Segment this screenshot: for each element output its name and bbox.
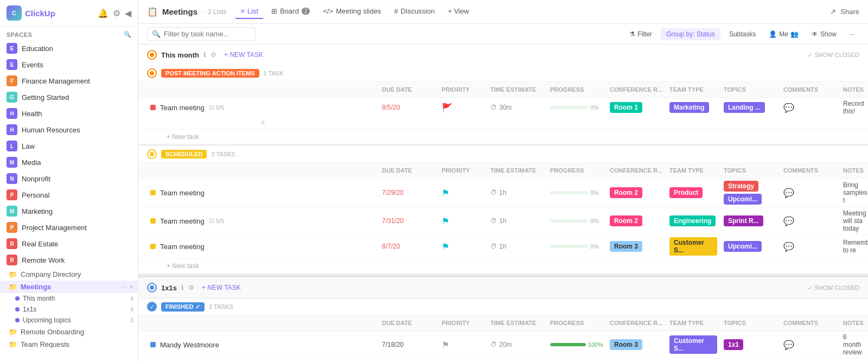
sidebar-item-project-management[interactable]: P Project Management bbox=[0, 219, 138, 236]
folder-remote-onboarding[interactable]: 📁 Remote Onboarding bbox=[0, 326, 138, 338]
search-icon[interactable]: 🔍 bbox=[124, 31, 132, 38]
sidebar-item-personal[interactable]: P Personal bbox=[0, 187, 138, 203]
th-time: TIME ESTIMATE bbox=[487, 317, 547, 328]
share-button[interactable]: Share bbox=[840, 8, 859, 16]
task-cell: Team meeting ☑ 0/5 bbox=[147, 100, 379, 115]
collapse-icon[interactable]: ◀ bbox=[125, 8, 131, 18]
table-row: Team meeting ☑ 0/5 8/5/20 🚩 ⏱30m 0% Room… bbox=[138, 98, 868, 129]
sidebar-item-label: Nonprofit bbox=[22, 175, 50, 183]
bell-icon[interactable]: 🔔 bbox=[98, 8, 108, 18]
settings-icon[interactable]: ⚙ bbox=[210, 51, 216, 59]
settings-icon[interactable]: ⚙ bbox=[188, 284, 194, 291]
task-color bbox=[150, 244, 156, 249]
me-button[interactable]: 👤 Me 👥 bbox=[764, 28, 803, 40]
cell-time: ⏱20m bbox=[487, 339, 547, 351]
subtasks-button[interactable]: Subtasks bbox=[725, 28, 760, 40]
th-notes: NOTES bbox=[840, 84, 859, 95]
tab-list[interactable]: ≡ List bbox=[235, 4, 264, 19]
sidebar-item-finance[interactable]: F Finance Management bbox=[0, 73, 138, 89]
add-column-button[interactable]: + bbox=[147, 117, 379, 129]
cell-notes: Record this! bbox=[840, 98, 859, 117]
cell-comments[interactable]: 💬 bbox=[780, 338, 840, 352]
new-task-link[interactable]: + New task bbox=[167, 133, 199, 141]
sidebar-item-law[interactable]: L Law bbox=[0, 138, 138, 154]
sidebar-item-label: Remote Work bbox=[22, 256, 65, 264]
show-closed-1x1s[interactable]: ✓ SHOW CLOSED bbox=[808, 284, 859, 291]
page-sub: · 3 Lists bbox=[204, 8, 226, 16]
sidebar-item-real-estate[interactable]: R Real Estate bbox=[0, 236, 138, 252]
sidebar-item-marketing[interactable]: M Marketing bbox=[0, 203, 138, 219]
cell-conf: Room 2 bbox=[607, 213, 666, 228]
page-title: Meetings bbox=[162, 7, 197, 16]
list-item-label: This month bbox=[23, 295, 55, 302]
sidebar-item-media[interactable]: M Media bbox=[0, 154, 138, 170]
group-header-scheduled: SCHEDULED 3 TASKS bbox=[138, 144, 868, 163]
cell-comments[interactable]: 💬 bbox=[780, 100, 840, 115]
list-item-count: 3 bbox=[130, 317, 133, 323]
cell-comments[interactable]: 💬 bbox=[780, 214, 840, 228]
list-item-1x1s[interactable]: 1x1s 4 bbox=[0, 304, 138, 315]
cell-due-date: 8/7/20 bbox=[379, 240, 438, 252]
more-button[interactable]: ··· bbox=[845, 28, 859, 40]
main-area: 📋 Meetings · 3 Lists ≡ List ⊞ Board 2 </… bbox=[138, 0, 868, 362]
section-1x1s-header: 1x1s ℹ ⚙ + NEW TASK ✓ SHOW CLOSED bbox=[138, 275, 868, 299]
folder-team-requests[interactable]: 📁 Team Requests bbox=[0, 338, 138, 351]
task-check[interactable]: ☑ 0/5 bbox=[209, 104, 224, 111]
task-color bbox=[150, 342, 156, 347]
show-closed-button[interactable]: ✓ SHOW CLOSED bbox=[808, 52, 859, 59]
search-box[interactable]: 🔍 bbox=[147, 27, 256, 41]
cell-notes: Remember to re bbox=[840, 237, 859, 256]
task-name[interactable]: Team meeting bbox=[160, 189, 205, 197]
tab-discussion-label: Discussion bbox=[401, 7, 435, 15]
list-item-this-month[interactable]: This month 4 bbox=[0, 293, 138, 304]
cell-comments[interactable]: 💬 bbox=[780, 239, 840, 254]
more-icon[interactable]: ··· bbox=[122, 283, 127, 291]
tab-list-label: List bbox=[247, 7, 258, 15]
sidebar-item-events[interactable]: E Events bbox=[0, 56, 138, 73]
folder-meetings[interactable]: 📁 Meetings ··· + bbox=[0, 281, 138, 293]
sidebar-item-nonprofit[interactable]: N Nonprofit bbox=[0, 170, 138, 187]
folder-company-directory[interactable]: 📁 Company Directory bbox=[0, 268, 138, 281]
cell-priority: ⚑ bbox=[438, 186, 487, 200]
logo[interactable]: C ClickUp bbox=[7, 5, 55, 21]
cell-topic: Sprint R... bbox=[720, 213, 780, 228]
list-item-upcoming-topics[interactable]: Upcoming topics 3 bbox=[0, 315, 138, 326]
task-color bbox=[150, 218, 156, 224]
sidebar-item-getting-started[interactable]: G Getting Started bbox=[0, 89, 138, 105]
toolbar-right: ⚗ Filter Group by: Status Subtasks 👤 Me … bbox=[625, 28, 859, 40]
sidebar-item-human-resources[interactable]: H Human Resources bbox=[0, 122, 138, 138]
task-name[interactable]: Mandy Westmoore bbox=[160, 341, 219, 349]
show-button[interactable]: 👁 Show bbox=[807, 28, 841, 40]
sidebar-item-education[interactable]: E Education bbox=[0, 40, 138, 56]
cell-time: ⏱1h bbox=[487, 187, 547, 199]
page-icon: 📋 bbox=[147, 7, 158, 17]
board-icon: ⊞ bbox=[271, 7, 277, 15]
group-count: 1 TASK bbox=[264, 70, 284, 77]
discussion-icon: # bbox=[394, 7, 398, 15]
sidebar-item-remote-work[interactable]: R Remote Work bbox=[0, 252, 138, 268]
add-icon[interactable]: + bbox=[130, 283, 133, 291]
search-input[interactable] bbox=[164, 30, 251, 38]
space-badge: P bbox=[7, 222, 17, 233]
tab-board[interactable]: ⊞ Board 2 bbox=[266, 4, 315, 19]
task-check[interactable]: ☑ 0/5 bbox=[209, 218, 224, 225]
task-name[interactable]: Team meeting bbox=[160, 104, 205, 112]
task-name[interactable]: Team meeting bbox=[160, 217, 205, 225]
cell-due-date: 7/18/20 bbox=[379, 339, 438, 351]
sidebar-item-health[interactable]: H Health bbox=[0, 105, 138, 122]
tab-meeting-slides[interactable]: </> Meeting slides bbox=[317, 4, 386, 19]
new-task-button[interactable]: + NEW TASK bbox=[221, 50, 266, 60]
task-name[interactable]: Team meeting bbox=[160, 243, 205, 251]
filter-button[interactable]: ⚗ Filter bbox=[625, 28, 656, 40]
th-progress: PROGRESS bbox=[547, 317, 607, 328]
tab-discussion[interactable]: # Discussion bbox=[388, 4, 440, 19]
gear-icon[interactable]: ⚙ bbox=[113, 8, 120, 18]
new-task-link[interactable]: + New task bbox=[167, 262, 199, 270]
cell-comments[interactable]: 💬 bbox=[780, 186, 840, 200]
people-icon: 👥 bbox=[790, 30, 799, 38]
group-by-button[interactable]: Group by: Status bbox=[661, 28, 720, 40]
tab-board-badge: 2 bbox=[302, 8, 310, 15]
tab-add-view[interactable]: + View bbox=[442, 4, 474, 19]
new-task-1x1s-button[interactable]: + NEW TASK bbox=[199, 283, 244, 293]
th-time: TIME ESTIMATE bbox=[487, 165, 547, 176]
